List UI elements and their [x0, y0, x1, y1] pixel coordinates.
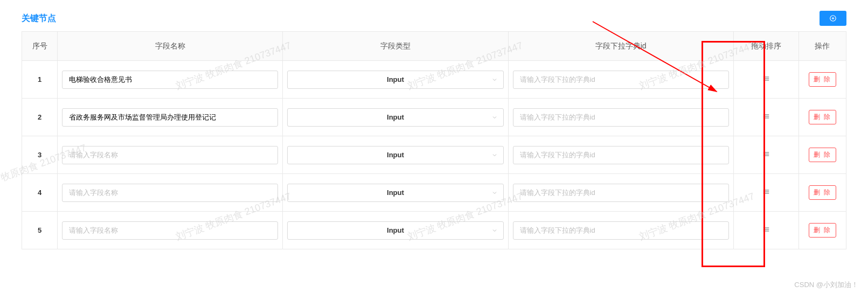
- col-header-field-type: 字段类型: [283, 32, 508, 61]
- fields-table: 序号 字段名称 字段类型 字段下拉字典id 拖动排序 操作 1Input删 除2…: [22, 31, 846, 249]
- delete-button[interactable]: 删 除: [809, 110, 836, 124]
- field-name-input[interactable]: [62, 108, 278, 127]
- row-index: 3: [22, 136, 58, 174]
- field-type-value: Input: [294, 75, 496, 83]
- add-button[interactable]: [820, 11, 846, 26]
- drag-handle-icon[interactable]: [761, 225, 771, 234]
- field-type-value: Input: [294, 113, 496, 121]
- section-title: 关键节点: [22, 13, 56, 24]
- col-header-drag-sort: 拖动排序: [733, 32, 798, 61]
- field-type-select[interactable]: Input: [287, 221, 503, 240]
- col-header-index: 序号: [22, 32, 58, 61]
- field-name-input[interactable]: [62, 184, 278, 202]
- drag-handle-icon[interactable]: [761, 149, 771, 159]
- footer-watermark: CSDN @小刘加油！: [794, 280, 858, 290]
- field-type-value: Input: [294, 189, 496, 197]
- field-type-select[interactable]: Input: [287, 146, 503, 164]
- drag-handle-icon[interactable]: [761, 74, 771, 83]
- row-index: 1: [22, 61, 58, 99]
- field-type-value: Input: [294, 151, 496, 159]
- table-row: 3Input删 除: [22, 136, 846, 174]
- drag-handle-icon[interactable]: [761, 187, 771, 197]
- dict-id-input[interactable]: [513, 184, 729, 202]
- field-name-input[interactable]: [62, 71, 278, 89]
- drag-handle-icon[interactable]: [761, 111, 771, 121]
- row-index: 2: [22, 99, 58, 136]
- delete-button[interactable]: 删 除: [809, 148, 836, 162]
- field-type-select[interactable]: Input: [287, 108, 503, 127]
- dict-id-input[interactable]: [513, 108, 729, 127]
- row-index: 5: [22, 212, 58, 249]
- dict-id-input[interactable]: [513, 71, 729, 89]
- table-row: 4Input删 除: [22, 174, 846, 212]
- field-type-select[interactable]: Input: [287, 184, 503, 202]
- table-row: 5Input删 除: [22, 212, 846, 249]
- row-index: 4: [22, 174, 58, 212]
- field-name-input[interactable]: [62, 146, 278, 164]
- table-row: 1Input删 除: [22, 61, 846, 99]
- col-header-operation: 操作: [798, 32, 846, 61]
- col-header-field-name: 字段名称: [58, 32, 283, 61]
- field-name-input[interactable]: [62, 221, 278, 240]
- field-type-value: Input: [294, 226, 496, 234]
- dict-id-input[interactable]: [513, 221, 729, 240]
- table-row: 2Input删 除: [22, 99, 846, 136]
- delete-button[interactable]: 删 除: [809, 185, 836, 200]
- delete-button[interactable]: 删 除: [809, 72, 836, 87]
- col-header-dict-id: 字段下拉字典id: [508, 32, 733, 61]
- delete-button[interactable]: 删 除: [809, 223, 836, 238]
- field-type-select[interactable]: Input: [287, 71, 503, 89]
- dict-id-input[interactable]: [513, 146, 729, 164]
